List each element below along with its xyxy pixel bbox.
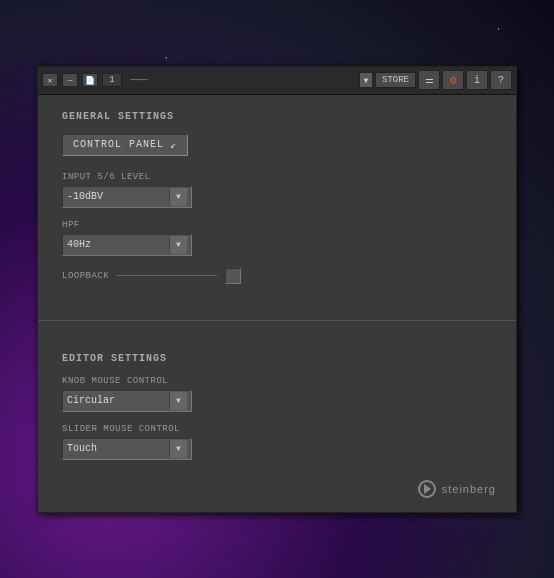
mixer-icon-button[interactable]: ⚌ <box>418 70 440 90</box>
info-icon: i <box>474 75 480 86</box>
general-settings-title: GENERAL SETTINGS <box>62 111 492 122</box>
input-level-value: -10dBV <box>67 191 103 202</box>
title-dashes: ─── <box>130 75 355 86</box>
loopback-label: LOOPBACK <box>62 271 109 281</box>
help-button[interactable]: ? <box>490 70 512 90</box>
hpf-dropdown-row: 40Hz ▼ <box>62 234 492 256</box>
slider-dropdown-arrow: ▼ <box>169 440 187 458</box>
slider-value: Touch <box>67 443 97 454</box>
mixer-icon: ⚌ <box>425 74 434 86</box>
control-panel-button[interactable]: CONTROL PANEL ↙ <box>62 134 188 156</box>
hpf-label: HPF <box>62 220 492 230</box>
editor-settings-title: EDITOR SETTINGS <box>62 353 492 364</box>
titlebar-right: ▼ STORE ⚌ ⚙ i ? <box>359 70 512 90</box>
close-icon: ✕ <box>48 76 53 85</box>
titlebar: ✕ ─ 📄 1 ─── ▼ STORE ⚌ ⚙ i <box>38 67 516 95</box>
general-settings-section: GENERAL SETTINGS CONTROL PANEL ↙ INPUT 5… <box>38 95 516 304</box>
close-button[interactable]: ✕ <box>42 73 58 87</box>
steinberg-brand-text: steinberg <box>442 483 496 495</box>
section-divider <box>38 320 516 321</box>
loopback-line <box>117 275 217 276</box>
editor-settings-section: EDITOR SETTINGS KNOB MOUSE CONTROL Circu… <box>38 337 516 512</box>
page-icon: 📄 <box>85 76 95 85</box>
hpf-dropdown[interactable]: 40Hz ▼ <box>62 234 192 256</box>
slider-dropdown[interactable]: Touch ▼ <box>62 438 192 460</box>
slider-label: SLIDER MOUSE CONTROL <box>62 424 492 434</box>
knob-label: KNOB MOUSE CONTROL <box>62 376 492 386</box>
knob-dropdown[interactable]: Circular ▼ <box>62 390 192 412</box>
hpf-value: 40Hz <box>67 239 91 250</box>
steinberg-logo-circle <box>418 480 436 498</box>
hpf-dropdown-arrow: ▼ <box>169 236 187 254</box>
loopback-row: LOOPBACK <box>62 268 492 284</box>
minimize-icon: ─ <box>68 76 73 85</box>
store-button[interactable]: STORE <box>375 72 416 88</box>
knob-value: Circular <box>67 395 115 406</box>
minimize-button[interactable]: ─ <box>62 73 78 87</box>
input-level-label: INPUT 5/6 LEVEL <box>62 172 492 182</box>
input-level-dropdown-row: -10dBV ▼ <box>62 186 492 208</box>
slider-dropdown-row: Touch ▼ <box>62 438 492 460</box>
input-level-dropdown[interactable]: -10dBV ▼ <box>62 186 192 208</box>
page-icon-button[interactable]: 📄 <box>82 73 98 87</box>
knob-dropdown-row: Circular ▼ <box>62 390 492 412</box>
control-panel-arrow-icon: ↙ <box>170 139 177 151</box>
channel-number: 1 <box>102 73 122 87</box>
loopback-checkbox[interactable] <box>225 268 241 284</box>
info-button[interactable]: i <box>466 70 488 90</box>
control-panel-label: CONTROL PANEL <box>73 139 164 150</box>
gear-button[interactable]: ⚙ <box>442 70 464 90</box>
steinberg-play-icon <box>424 484 431 494</box>
help-icon: ? <box>498 75 504 86</box>
dropdown-arrow-icon: ▼ <box>364 76 369 85</box>
store-dropdown-arrow[interactable]: ▼ <box>359 72 373 88</box>
steinberg-logo: steinberg <box>418 480 496 498</box>
gear-icon: ⚙ <box>449 73 456 88</box>
input-level-dropdown-arrow: ▼ <box>169 188 187 206</box>
main-window: ✕ ─ 📄 1 ─── ▼ STORE ⚌ ⚙ i <box>37 66 517 513</box>
knob-dropdown-arrow: ▼ <box>169 392 187 410</box>
